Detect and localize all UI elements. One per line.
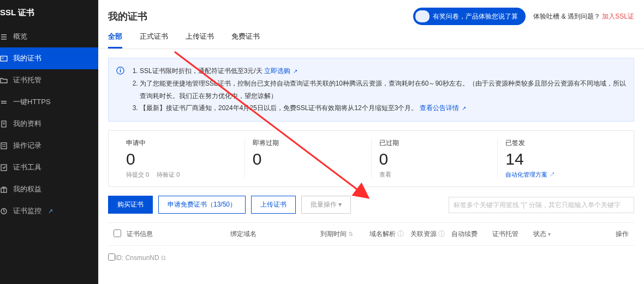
buy-now-link[interactable]: 立即选购 ↗ bbox=[264, 67, 297, 75]
stat-sub: 待提交 0 bbox=[126, 171, 149, 179]
notice-item-1: SSL证书限时折扣，通配符证书低至3元/天 立即选购 ↗ bbox=[140, 65, 626, 77]
tab-2[interactable]: 上传证书 bbox=[186, 32, 214, 49]
stat-label: 申请中 bbox=[126, 138, 237, 148]
external-icon: ↗ bbox=[48, 208, 53, 215]
promo-banner[interactable]: 有奖问卷，产品体验您说了算 bbox=[413, 8, 526, 25]
sidebar-item-label: 概览 bbox=[13, 32, 27, 41]
sidebar-item-3[interactable]: 一键HTTPS bbox=[0, 91, 98, 113]
table-header: 证书信息 绑定域名 到期时间 域名解析 ⓘ 关联资源 ⓘ 自动续费 证书托管 状… bbox=[108, 222, 634, 246]
sidebar-item-label: 一键HTTPS bbox=[13, 97, 51, 107]
svg-rect-11 bbox=[2, 144, 5, 145]
sidebar-item-1[interactable]: 我的证书 bbox=[0, 47, 98, 69]
help-text: 体验吐槽 & 遇到问题？ 加入SSL证 bbox=[533, 12, 634, 21]
select-all-checkbox[interactable] bbox=[114, 229, 121, 237]
stat-2: 已过期0查看 bbox=[372, 138, 498, 179]
svg-rect-1 bbox=[1, 37, 7, 38]
doc-icon bbox=[0, 120, 8, 128]
row-checkbox[interactable] bbox=[108, 253, 115, 261]
stat-3: 已签发14自动化管理方案 ↗ bbox=[498, 138, 624, 179]
sidebar-item-6[interactable]: 证书工具 bbox=[0, 156, 98, 178]
sidebar-item-2[interactable]: 证书托管 bbox=[0, 69, 98, 91]
batch-button[interactable]: 批量操作 ▾ bbox=[301, 196, 351, 214]
cert-id: CnsmunND bbox=[126, 254, 159, 262]
col-dns: 域名解析 ⓘ bbox=[369, 229, 410, 239]
sidebar-item-label: 我的证书 bbox=[13, 53, 41, 63]
sidebar-item-7[interactable]: 我的权益 bbox=[0, 178, 98, 200]
promo-text: 有奖问卷，产品体验您说了算 bbox=[433, 12, 518, 21]
info-icon[interactable]: ⓘ bbox=[438, 230, 445, 238]
sidebar-item-label: 我的权益 bbox=[13, 184, 41, 194]
tabs: 全部正式证书上传证书免费证书 bbox=[98, 25, 644, 49]
sidebar-item-label: 证书托管 bbox=[13, 75, 41, 85]
table-row[interactable]: ID: CnsmunND ⧉ bbox=[108, 246, 634, 270]
stat-link[interactable]: 自动化管理方案 ↗ bbox=[505, 171, 555, 179]
app-title: SSL 证书 bbox=[0, 0, 98, 26]
svg-rect-19 bbox=[120, 69, 121, 70]
clock-icon bbox=[0, 142, 8, 149]
join-link[interactable]: 加入SSL证 bbox=[602, 13, 634, 20]
col-expire[interactable]: 到期时间 bbox=[320, 229, 369, 239]
svg-rect-8 bbox=[3, 123, 5, 123]
card-icon bbox=[0, 55, 8, 62]
stat-label: 即将过期 bbox=[253, 138, 363, 148]
notice-item-3: 【最新】接证书厂商通知，2024年4月25日以后，免费SSL证书有效期将从12个… bbox=[140, 102, 626, 114]
svg-rect-5 bbox=[1, 101, 7, 102]
notice-item-2: 为了您能更便捷地管理SSL证书，控制台已支持自动查询证书关联的10种腾讯云资源，… bbox=[140, 77, 626, 102]
external-icon: ↗ bbox=[293, 68, 297, 74]
stat-value: 0 bbox=[379, 150, 490, 168]
tab-1[interactable]: 正式证书 bbox=[140, 32, 168, 49]
page-title: 我的证书 bbox=[108, 10, 147, 23]
sidebar-item-0[interactable]: 概览 bbox=[0, 26, 98, 47]
stat-1: 即将过期0 bbox=[245, 138, 372, 179]
stats-row: 申请中0待提交 0待验证 0即将过期0已过期0查看已签发14自动化管理方案 ↗ bbox=[108, 130, 634, 187]
stat-label: 已签发 bbox=[505, 138, 616, 148]
announcement-link[interactable]: 查看公告详情 ↗ bbox=[420, 104, 466, 112]
survey-icon bbox=[415, 10, 430, 22]
sidebar-item-label: 操作记录 bbox=[13, 141, 41, 150]
stat-value: 0 bbox=[253, 150, 363, 168]
svg-rect-13 bbox=[1, 165, 7, 171]
stat-sub: 查看 bbox=[379, 171, 391, 179]
stat-label: 已过期 bbox=[379, 138, 490, 148]
svg-rect-12 bbox=[2, 146, 5, 147]
svg-rect-9 bbox=[3, 124, 5, 124]
tool-icon bbox=[0, 164, 8, 171]
sidebar-item-5[interactable]: 操作记录 bbox=[0, 135, 98, 156]
list-icon bbox=[0, 33, 8, 40]
sidebar-item-8[interactable]: 证书监控↗ bbox=[0, 200, 98, 222]
upload-cert-button[interactable]: 上传证书 bbox=[251, 196, 296, 214]
sidebar-item-label: 证书工具 bbox=[13, 162, 41, 172]
sidebar: SSL 证书 概览我的证书证书托管一键HTTPS我的资料操作记录证书工具我的权益… bbox=[0, 0, 98, 284]
stat-value: 14 bbox=[505, 150, 616, 168]
sidebar-item-label: 我的资料 bbox=[13, 119, 41, 129]
info-icon bbox=[116, 67, 124, 114]
col-renew: 自动续费 bbox=[451, 229, 492, 239]
svg-rect-18 bbox=[120, 70, 121, 72]
col-cert-info: 证书信息 bbox=[127, 229, 230, 239]
sidebar-item-label: 证书监控 bbox=[13, 206, 41, 216]
gift-icon bbox=[0, 185, 8, 193]
folder-icon bbox=[0, 76, 8, 84]
sidebar-item-4[interactable]: 我的资料 bbox=[0, 113, 98, 135]
external-icon: ↗ bbox=[462, 105, 466, 111]
stat-value: 0 bbox=[126, 150, 237, 168]
search-input[interactable] bbox=[449, 197, 634, 213]
col-host: 证书托管 bbox=[492, 229, 533, 239]
svg-rect-3 bbox=[1, 56, 7, 61]
equals-icon bbox=[0, 98, 8, 106]
copy-icon[interactable]: ⧉ bbox=[161, 254, 166, 262]
col-op: 操作 bbox=[571, 229, 634, 239]
apply-free-button[interactable]: 申请免费证书（13/50） bbox=[158, 196, 246, 214]
main-panel: 我的证书 有奖问卷，产品体验您说了算 体验吐槽 & 遇到问题？ 加入SSL证 全… bbox=[98, 0, 644, 284]
tab-0[interactable]: 全部 bbox=[108, 32, 122, 49]
stat-0: 申请中0待提交 0待验证 0 bbox=[118, 138, 245, 179]
col-status[interactable]: 状态 bbox=[533, 229, 571, 239]
tab-3[interactable]: 免费证书 bbox=[231, 32, 260, 49]
svg-rect-2 bbox=[1, 39, 7, 40]
search-box bbox=[449, 197, 634, 213]
svg-rect-4 bbox=[2, 58, 4, 58]
buy-cert-button[interactable]: 购买证书 bbox=[108, 196, 153, 214]
svg-rect-0 bbox=[1, 34, 7, 35]
info-icon[interactable]: ⓘ bbox=[397, 230, 404, 238]
svg-rect-6 bbox=[1, 103, 7, 104]
